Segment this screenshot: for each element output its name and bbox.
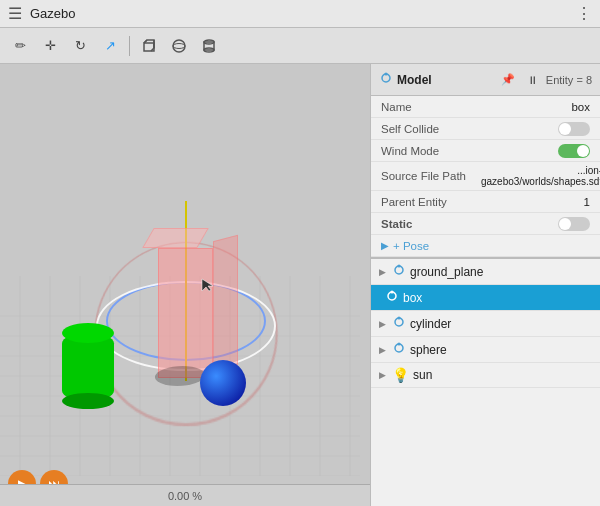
box-front-face	[158, 248, 213, 378]
prop-source-file-row: Source File Path ...ion-gazebo3/worlds/s…	[371, 162, 600, 191]
entity-label-cylinder: cylinder	[410, 317, 451, 331]
cylinder-object	[62, 333, 114, 401]
prop-self-collide-label: Self Collide	[381, 123, 481, 135]
self-collide-toggle[interactable]	[558, 122, 590, 136]
prop-wind-mode-row: Wind Mode	[371, 140, 600, 162]
prop-pose-row[interactable]: ▶ + Pose	[371, 235, 600, 257]
entity-icon-sphere	[392, 341, 406, 358]
entity-item-box[interactable]: box	[371, 285, 600, 311]
entity-icon-box	[385, 289, 399, 306]
prop-name-row: Name box	[371, 96, 600, 118]
cylinder-tool-button[interactable]	[195, 32, 223, 60]
prop-name-value: box	[481, 101, 590, 113]
sphere-tool-button[interactable]	[165, 32, 193, 60]
expand-icon-ground_plane[interactable]: ▶	[379, 267, 386, 277]
sphere-object	[200, 360, 246, 406]
select-mode-button[interactable]: ✏	[6, 32, 34, 60]
entity-label-box: box	[403, 291, 422, 305]
entity-label-sphere: sphere	[410, 343, 447, 357]
scale-button[interactable]: ↗	[96, 32, 124, 60]
prop-self-collide-row: Self Collide	[371, 118, 600, 140]
3d-viewport[interactable]: ▶ ⏭ 0.00 %	[0, 64, 370, 506]
entity-label-sun: sun	[413, 368, 432, 382]
expand-icon-sun[interactable]: ▶	[379, 370, 386, 380]
svg-point-34	[391, 291, 394, 294]
static-toggle[interactable]	[558, 217, 590, 231]
pose-expand-icon: ▶	[381, 240, 389, 251]
entity-list: ▶ground_planebox▶cylinder▶sphere▶💡sun	[371, 257, 600, 506]
panel-actions: 📌 ⏸ Entity = 8	[497, 71, 592, 88]
panel-title: Model	[397, 73, 493, 87]
box-side-face	[213, 235, 238, 372]
translate-button[interactable]: ✛	[36, 32, 64, 60]
prop-parent-entity-value: 1	[481, 196, 590, 208]
entity-icon-cylinder	[392, 315, 406, 332]
entity-icon-sun: 💡	[392, 367, 409, 383]
panel-header: Model 📌 ⏸ Entity = 8	[371, 64, 600, 96]
entity-label: Entity = 8	[546, 74, 592, 86]
entity-item-sun[interactable]: ▶💡sun	[371, 363, 600, 388]
properties-panel: Name box Self Collide Wind Mode Source F…	[371, 96, 600, 257]
pin-button[interactable]: 📌	[497, 71, 519, 88]
entity-icon-ground_plane	[392, 263, 406, 280]
pause-button[interactable]: ⏸	[523, 72, 542, 88]
right-panel: Model 📌 ⏸ Entity = 8 Name box Self Colli…	[370, 64, 600, 506]
3d-scene	[0, 64, 370, 506]
titlebar: ☰ Gazebo ⋮	[0, 0, 600, 28]
prop-name-label: Name	[381, 101, 481, 113]
prop-static-label: Static	[381, 218, 481, 230]
rotate-button[interactable]: ↻	[66, 32, 94, 60]
entity-item-cylinder[interactable]: ▶cylinder	[371, 311, 600, 337]
expand-icon-cylinder[interactable]: ▶	[379, 319, 386, 329]
prop-pose-label: + Pose	[393, 240, 429, 252]
zoom-bar: 0.00 %	[0, 484, 370, 506]
menu-icon[interactable]: ☰	[8, 4, 22, 23]
toolbar: ✏ ✛ ↻ ↗	[0, 28, 600, 64]
entity-label-ground_plane: ground_plane	[410, 265, 483, 279]
entity-item-sphere[interactable]: ▶sphere	[371, 337, 600, 363]
svg-point-4	[173, 43, 185, 48]
svg-point-38	[398, 343, 401, 346]
svg-point-3	[173, 40, 185, 52]
prop-source-file-label: Source File Path	[381, 170, 481, 182]
expand-icon-sphere[interactable]: ▶	[379, 345, 386, 355]
zoom-level: 0.00 %	[168, 490, 202, 502]
app-title: Gazebo	[30, 6, 568, 21]
prop-static-row: Static	[371, 213, 600, 235]
prop-parent-entity-label: Parent Entity	[381, 196, 481, 208]
entity-item-ground_plane[interactable]: ▶ground_plane	[371, 259, 600, 285]
box-tool-button[interactable]	[135, 32, 163, 60]
prop-wind-mode-label: Wind Mode	[381, 145, 481, 157]
model-icon	[379, 71, 393, 88]
svg-point-36	[398, 317, 401, 320]
svg-point-32	[398, 265, 401, 268]
wind-mode-toggle[interactable]	[558, 144, 590, 158]
prop-source-file-value: ...ion-gazebo3/worlds/shapes.sdf	[481, 165, 600, 187]
more-options-icon[interactable]: ⋮	[576, 4, 592, 23]
box-top-face	[142, 228, 209, 248]
main-layout: ▶ ⏭ 0.00 % Model 📌 ⏸ Entity = 8	[0, 64, 600, 506]
svg-point-30	[385, 73, 388, 76]
toolbar-separator	[129, 36, 130, 56]
prop-parent-entity-row: Parent Entity 1	[371, 191, 600, 213]
